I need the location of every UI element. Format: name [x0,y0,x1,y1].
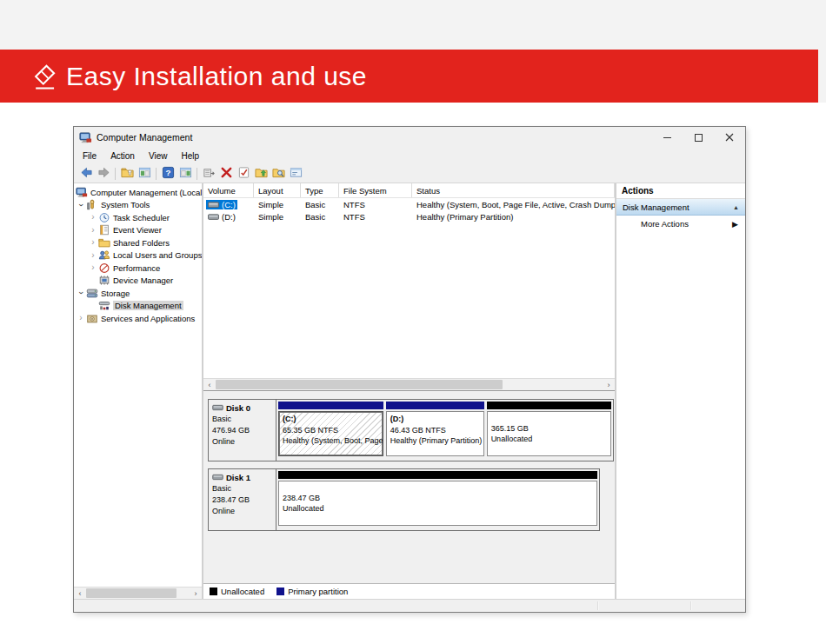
menu-file[interactable]: File [76,149,103,163]
column-header-layout[interactable]: Layout [254,183,301,197]
chevron-collapsed-icon[interactable]: › [88,226,98,235]
chevron-collapsed-icon[interactable]: › [88,263,98,272]
system-tools-icon [86,199,98,210]
scroll-left-arrow[interactable]: ‹ [203,379,216,391]
volume-name: (C:) [222,200,236,209]
folder-search-button[interactable] [270,166,287,182]
tree-item-label: Performance [113,263,160,273]
partition-status: Unallocated [283,503,593,515]
partition-status: Healthy (System, Boot, Page File, Active… [283,435,379,447]
tree-item-shared-folders[interactable]: ›Shared Folders [74,236,202,249]
tree-item-label: System Tools [101,200,150,209]
partition-size: 238.47 GB [283,493,593,504]
tree-item-event-viewer[interactable]: ›Event Viewer [74,224,202,237]
partition-info-box[interactable]: 365.15 GBUnallocated [487,411,612,456]
back-arrow-button[interactable] [77,166,95,182]
column-header-volume[interactable]: Volume [203,183,254,197]
close-icon [725,133,734,142]
disk-status: Online [212,436,272,448]
export-list-button[interactable] [200,166,217,182]
titlebar[interactable]: Computer Management [74,127,745,148]
partition-info-box[interactable]: 238.47 GBUnallocated [278,481,597,526]
tree-item-computer-management-local[interactable]: Computer Management (Local [74,186,202,199]
help-button[interactable]: ? [159,166,177,182]
partition-d[interactable]: (D:)46.43 GB NTFSHealthy (Primary Partit… [386,402,484,456]
tree-item-local-users-and-groups[interactable]: ›Local Users and Groups [74,249,202,262]
partition-c[interactable]: (C:)65.35 GB NTFSHealthy (System, Boot, … [278,402,383,456]
properties-check-button[interactable] [235,166,252,182]
forward-arrow-button[interactable] [95,166,112,182]
partition-unallocated[interactable]: 365.15 GBUnallocated [487,402,612,456]
tree-item-services-and-applications[interactable]: ›Services and Applications [74,312,202,325]
scroll-left-arrow[interactable]: ‹ [74,588,86,600]
more-actions-label: More Actions [641,219,689,229]
chevron-collapsed-icon[interactable]: › [88,213,98,222]
chevron-collapsed-icon[interactable]: › [88,251,98,260]
console-tree-button[interactable] [136,166,153,182]
chevron-expanded-icon[interactable]: › [77,200,85,210]
minimize-button[interactable] [651,127,683,148]
tree-item-storage[interactable]: ›Storage [74,287,202,300]
partition-unallocated[interactable]: 238.47 GBUnallocated [278,471,597,526]
scroll-right-arrow[interactable]: › [190,588,202,600]
disk-row-disk-1[interactable]: Disk 1Basic238.47 GBOnline238.47 GBUnall… [208,468,600,531]
folder-up-button[interactable] [118,166,136,182]
more-actions-item[interactable]: More Actions ▶ [616,216,745,232]
app-icon [79,132,92,143]
disk-size: 238.47 GB [212,495,272,506]
disk-management-panel: VolumeLayoutTypeFile SystemStatus (C:)Si… [203,183,616,599]
scrollbar-thumb[interactable] [216,380,503,389]
chevron-expanded-icon[interactable]: › [77,288,85,298]
folder-up-green-button[interactable] [252,166,270,182]
delete-button[interactable] [217,166,235,182]
partitions-container: 238.47 GBUnallocated [276,469,599,530]
legend-label: Unallocated [221,587,264,596]
disk-row-disk-0[interactable]: Disk 0Basic476.94 GBOnline(C:)65.35 GB N… [208,399,614,461]
partition-legend: UnallocatedPrimary partition [203,583,615,599]
volume-table-body: (C:)SimpleBasicNTFSHealthy (System, Boot… [203,198,615,222]
close-button[interactable] [714,127,745,148]
maximize-button[interactable] [683,127,714,148]
export-list-icon [203,166,216,181]
column-header-file-system[interactable]: File System [339,183,412,197]
actions-group-disk-management[interactable]: Disk Management ▲ [616,199,745,216]
task-scheduler-icon [98,212,110,223]
disk-label-box[interactable]: Disk 0Basic476.94 GBOnline [209,400,276,461]
properties-check-icon [237,166,250,181]
action-pane-button[interactable] [177,166,194,182]
menu-help[interactable]: Help [174,149,206,163]
users-icon [98,249,110,261]
banner-text: Easy Installation and use [66,62,367,91]
disk-drive-icon [212,402,223,414]
scroll-right-arrow[interactable]: › [603,379,615,391]
partition-info-box[interactable]: (D:)46.43 GB NTFSHealthy (Primary Partit… [386,411,484,456]
partitions-container: (C:)65.35 GB NTFSHealthy (System, Boot, … [276,400,613,461]
volume-cell: (D:) [203,212,254,222]
delete-icon [220,166,233,181]
menu-action[interactable]: Action [103,149,142,163]
menu-view[interactable]: View [142,149,175,163]
tree-item-disk-management[interactable]: Disk Management [74,300,202,313]
column-header-status[interactable]: Status [412,183,615,197]
volume-row-d[interactable]: (D:)SimpleBasicNTFSHealthy (Primary Part… [203,210,615,222]
collapse-icon[interactable]: ▲ [733,204,739,210]
tree-item-performance[interactable]: ›Performance [74,262,202,275]
tree-item-task-scheduler[interactable]: ›Task Scheduler [74,211,202,224]
partition-color-strip [386,402,484,409]
partition-info-box[interactable]: (C:)65.35 GB NTFSHealthy (System, Boot, … [278,411,383,456]
volume-layout: Simple [254,200,301,209]
legend-unallocated: Unallocated [210,587,264,596]
chevron-collapsed-icon[interactable]: › [76,314,86,322]
disk-label-box[interactable]: Disk 1Basic238.47 GBOnline [209,469,276,530]
tree-item-device-manager[interactable]: Device Manager [74,275,202,288]
event-viewer-icon [98,224,110,236]
disk-type: Basic [212,483,272,495]
volume-row-c[interactable]: (C:)SimpleBasicNTFSHealthy (System, Boot… [203,198,615,210]
partition-status: Unallocated [491,434,608,445]
folder-up-icon [121,166,134,181]
scrollbar-thumb[interactable] [86,588,177,598]
column-header-type[interactable]: Type [301,183,339,197]
settings-window-button[interactable] [287,166,304,182]
chevron-collapsed-icon[interactable]: › [88,238,98,247]
tree-item-system-tools[interactable]: ›System Tools [74,199,202,212]
